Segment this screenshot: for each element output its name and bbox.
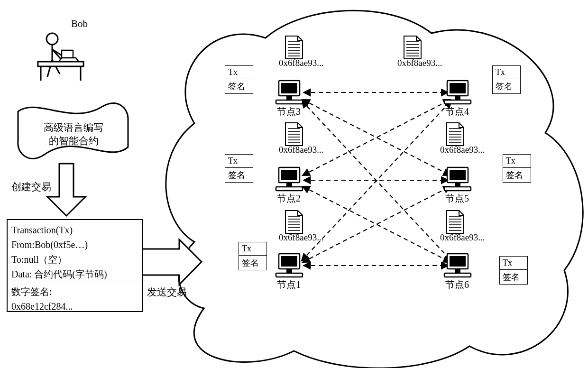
arrow-send-transaction xyxy=(142,239,202,285)
diagram-root: Bob 高级语言编写 的智能合约 创建交易 Transaction(Tx) Fr… xyxy=(0,0,588,368)
txcell-tx: Tx xyxy=(239,242,266,256)
send-transaction-label: 发送交易 xyxy=(147,285,187,299)
doc-1-icon xyxy=(285,211,303,233)
node-3-icon xyxy=(276,81,303,104)
cloud-outline xyxy=(166,10,583,368)
arrow-create-transaction xyxy=(47,164,85,216)
txcell-4: Tx 签名 xyxy=(492,65,521,94)
svg-point-19 xyxy=(46,33,58,45)
txcell-sig: 签名 xyxy=(225,79,253,93)
doc-2-icon xyxy=(285,123,303,146)
txcell-tx: Tx xyxy=(225,66,253,79)
node-3-label: 节点3 xyxy=(277,105,301,118)
txcell-sig: 签名 xyxy=(493,79,520,93)
txcell-tx: Tx xyxy=(500,257,527,270)
node-4-label: 节点4 xyxy=(445,105,469,118)
tx-header: Transaction(Tx) xyxy=(8,223,142,238)
doc-3-icon xyxy=(285,36,303,59)
scroll-line1: 高级语言编写 xyxy=(44,122,103,133)
txcell-3: Tx 签名 xyxy=(225,65,253,94)
transaction-box: Transaction(Tx) From:Bob(0xf5e…) To:null… xyxy=(7,219,143,312)
scroll-line2: 的智能合约 xyxy=(49,135,99,147)
txcell-tx: Tx xyxy=(503,155,531,168)
node-2-label: 节点2 xyxy=(277,192,301,205)
node-6-label: 节点6 xyxy=(445,278,469,291)
txcell-sig: 签名 xyxy=(503,168,531,182)
node-5-icon xyxy=(444,167,471,191)
node-5-label: 节点5 xyxy=(445,192,469,205)
addr-5: 0x6f8ae93... xyxy=(440,145,485,155)
doc-5-icon xyxy=(447,123,464,146)
svg-rect-20 xyxy=(62,50,73,58)
txcell-tx: Tx xyxy=(493,66,520,79)
addr-6: 0x6f8ae93... xyxy=(440,232,485,243)
node-4-icon xyxy=(444,81,471,104)
txcell-6: Tx 签名 xyxy=(499,256,528,285)
node-1-label: 节点1 xyxy=(277,278,301,291)
user-bob-icon xyxy=(38,33,83,81)
node-6-icon xyxy=(444,254,471,277)
create-transaction-label: 创建交易 xyxy=(11,180,51,193)
txcell-tx: Tx xyxy=(225,155,253,168)
doc-4-icon xyxy=(404,36,421,59)
txcell-5: Tx 签名 xyxy=(503,154,531,183)
tx-sig-label: 数字签名: xyxy=(8,285,142,299)
tx-sig-value: 0x68e12cf284... xyxy=(8,299,142,314)
addr-3: 0x6f8ae93... xyxy=(279,58,323,68)
txcell-sig: 签名 xyxy=(500,270,527,284)
svg-rect-21 xyxy=(38,62,83,66)
addr-2: 0x6f8ae93... xyxy=(279,145,323,155)
txcell-1: Tx 签名 xyxy=(239,242,267,270)
doc-6-icon xyxy=(447,211,464,233)
scroll-text: 高级语言编写 的智能合约 xyxy=(24,121,123,148)
tx-from: From:Bob(0xf5e…) xyxy=(8,238,142,252)
addr-4: 0x6f8ae93... xyxy=(397,58,442,68)
node-2-icon xyxy=(276,167,303,191)
txcell-sig: 签名 xyxy=(239,256,266,270)
txcell-sig: 签名 xyxy=(225,168,253,182)
tx-to: To:null（空） xyxy=(8,252,142,267)
node-1-icon xyxy=(276,254,303,277)
mesh-edges xyxy=(302,92,451,266)
addr-1: 0x6f8ae93... xyxy=(279,232,323,243)
txcell-2: Tx 签名 xyxy=(225,154,253,183)
user-name-label: Bob xyxy=(71,18,88,30)
